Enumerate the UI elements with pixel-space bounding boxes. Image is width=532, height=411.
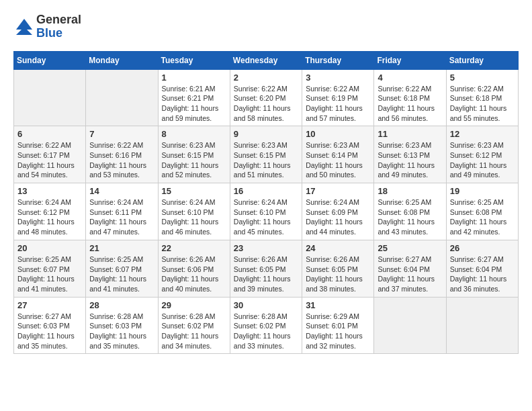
day-number: 3	[306, 73, 370, 83]
logo-general: General	[36, 13, 81, 27]
day-number: 25	[378, 243, 442, 253]
day-number: 21	[89, 243, 154, 253]
day-detail: Sunrise: 6:23 AM Sunset: 6:12 PM Dayligh…	[450, 140, 515, 180]
calendar-cell: 26Sunrise: 6:27 AM Sunset: 6:04 PM Dayli…	[446, 240, 518, 297]
calendar-cell	[374, 297, 446, 354]
calendar-cell: 18Sunrise: 6:25 AM Sunset: 6:08 PM Dayli…	[374, 183, 446, 240]
calendar-cell: 5Sunrise: 6:22 AM Sunset: 6:18 PM Daylig…	[446, 69, 518, 126]
calendar-cell: 17Sunrise: 6:24 AM Sunset: 6:09 PM Dayli…	[302, 183, 374, 240]
day-detail: Sunrise: 6:25 AM Sunset: 6:08 PM Dayligh…	[378, 197, 442, 237]
day-detail: Sunrise: 6:22 AM Sunset: 6:20 PM Dayligh…	[234, 84, 298, 124]
day-number: 2	[234, 73, 298, 83]
calendar-cell: 6Sunrise: 6:22 AM Sunset: 6:17 PM Daylig…	[14, 126, 86, 183]
calendar-cell: 4Sunrise: 6:22 AM Sunset: 6:18 PM Daylig…	[374, 69, 446, 126]
day-number: 8	[162, 129, 226, 139]
calendar-header: SundayMondayTuesdayWednesdayThursdayFrid…	[14, 51, 519, 69]
calendar-cell: 27Sunrise: 6:27 AM Sunset: 6:03 PM Dayli…	[14, 297, 86, 354]
calendar-cell: 2Sunrise: 6:22 AM Sunset: 6:20 PM Daylig…	[230, 69, 302, 126]
calendar-week: 1Sunrise: 6:21 AM Sunset: 6:21 PM Daylig…	[14, 69, 519, 126]
day-number: 16	[234, 186, 298, 196]
day-detail: Sunrise: 6:26 AM Sunset: 6:05 PM Dayligh…	[306, 255, 370, 294]
calendar-cell: 19Sunrise: 6:25 AM Sunset: 6:08 PM Dayli…	[446, 183, 518, 240]
calendar-cell: 9Sunrise: 6:23 AM Sunset: 6:15 PM Daylig…	[230, 126, 302, 183]
day-number: 4	[378, 73, 442, 83]
day-number: 13	[17, 186, 82, 196]
calendar-cell: 7Sunrise: 6:22 AM Sunset: 6:16 PM Daylig…	[86, 126, 158, 183]
calendar-week: 6Sunrise: 6:22 AM Sunset: 6:17 PM Daylig…	[14, 126, 519, 183]
day-number: 31	[306, 300, 370, 310]
calendar-cell: 21Sunrise: 6:25 AM Sunset: 6:07 PM Dayli…	[86, 240, 158, 297]
day-detail: Sunrise: 6:28 AM Sunset: 6:02 PM Dayligh…	[234, 312, 298, 351]
day-number: 7	[89, 129, 154, 139]
logo-icon	[13, 17, 35, 36]
weekday-header: Tuesday	[158, 51, 230, 69]
calendar-cell: 24Sunrise: 6:26 AM Sunset: 6:05 PM Dayli…	[302, 240, 374, 297]
day-detail: Sunrise: 6:22 AM Sunset: 6:19 PM Dayligh…	[306, 84, 370, 124]
day-number: 1	[162, 73, 226, 83]
calendar-cell	[14, 69, 86, 126]
day-number: 14	[89, 186, 154, 196]
day-detail: Sunrise: 6:27 AM Sunset: 6:03 PM Dayligh…	[17, 312, 82, 351]
day-detail: Sunrise: 6:29 AM Sunset: 6:01 PM Dayligh…	[306, 312, 370, 351]
day-number: 19	[450, 186, 515, 196]
day-number: 6	[17, 129, 82, 139]
calendar-cell: 25Sunrise: 6:27 AM Sunset: 6:04 PM Dayli…	[374, 240, 446, 297]
day-number: 18	[378, 186, 442, 196]
day-detail: Sunrise: 6:23 AM Sunset: 6:14 PM Dayligh…	[306, 140, 370, 180]
day-detail: Sunrise: 6:26 AM Sunset: 6:05 PM Dayligh…	[234, 255, 298, 294]
day-number: 9	[234, 129, 298, 139]
day-detail: Sunrise: 6:23 AM Sunset: 6:15 PM Dayligh…	[234, 140, 298, 180]
day-detail: Sunrise: 6:25 AM Sunset: 6:07 PM Dayligh…	[89, 255, 154, 294]
svg-marker-0	[16, 19, 32, 35]
day-detail: Sunrise: 6:27 AM Sunset: 6:04 PM Dayligh…	[450, 255, 515, 294]
day-number: 27	[17, 300, 82, 310]
day-detail: Sunrise: 6:25 AM Sunset: 6:08 PM Dayligh…	[450, 197, 515, 237]
calendar-cell: 10Sunrise: 6:23 AM Sunset: 6:14 PM Dayli…	[302, 126, 374, 183]
calendar-cell: 8Sunrise: 6:23 AM Sunset: 6:15 PM Daylig…	[158, 126, 230, 183]
calendar-cell: 16Sunrise: 6:24 AM Sunset: 6:10 PM Dayli…	[230, 183, 302, 240]
calendar-cell: 13Sunrise: 6:24 AM Sunset: 6:12 PM Dayli…	[14, 183, 86, 240]
day-detail: Sunrise: 6:22 AM Sunset: 6:17 PM Dayligh…	[17, 140, 82, 180]
day-number: 30	[234, 300, 298, 310]
weekday-header: Sunday	[14, 51, 86, 69]
logo-blue: Blue	[36, 27, 81, 40]
day-detail: Sunrise: 6:24 AM Sunset: 6:12 PM Dayligh…	[17, 197, 82, 237]
calendar-week: 13Sunrise: 6:24 AM Sunset: 6:12 PM Dayli…	[14, 183, 519, 240]
calendar-cell: 12Sunrise: 6:23 AM Sunset: 6:12 PM Dayli…	[446, 126, 518, 183]
calendar-cell: 15Sunrise: 6:24 AM Sunset: 6:10 PM Dayli…	[158, 183, 230, 240]
day-detail: Sunrise: 6:24 AM Sunset: 6:09 PM Dayligh…	[306, 197, 370, 237]
day-detail: Sunrise: 6:24 AM Sunset: 6:10 PM Dayligh…	[234, 197, 298, 237]
day-number: 29	[162, 300, 226, 310]
day-number: 11	[378, 129, 442, 139]
day-number: 12	[450, 129, 515, 139]
calendar-week: 27Sunrise: 6:27 AM Sunset: 6:03 PM Dayli…	[14, 297, 519, 354]
calendar-cell: 14Sunrise: 6:24 AM Sunset: 6:11 PM Dayli…	[86, 183, 158, 240]
calendar-cell: 31Sunrise: 6:29 AM Sunset: 6:01 PM Dayli…	[302, 297, 374, 354]
calendar-cell: 22Sunrise: 6:26 AM Sunset: 6:06 PM Dayli…	[158, 240, 230, 297]
day-number: 5	[450, 73, 515, 83]
calendar-cell: 28Sunrise: 6:28 AM Sunset: 6:03 PM Dayli…	[86, 297, 158, 354]
page-header: General Blue	[13, 13, 519, 40]
calendar-cell: 29Sunrise: 6:28 AM Sunset: 6:02 PM Dayli…	[158, 297, 230, 354]
day-detail: Sunrise: 6:25 AM Sunset: 6:07 PM Dayligh…	[17, 255, 82, 294]
calendar-cell	[446, 297, 518, 354]
weekday-header: Wednesday	[230, 51, 302, 69]
day-number: 22	[162, 243, 226, 253]
calendar-week: 20Sunrise: 6:25 AM Sunset: 6:07 PM Dayli…	[14, 240, 519, 297]
day-detail: Sunrise: 6:28 AM Sunset: 6:02 PM Dayligh…	[162, 312, 226, 351]
day-detail: Sunrise: 6:22 AM Sunset: 6:18 PM Dayligh…	[450, 84, 515, 124]
calendar-cell: 30Sunrise: 6:28 AM Sunset: 6:02 PM Dayli…	[230, 297, 302, 354]
day-detail: Sunrise: 6:23 AM Sunset: 6:13 PM Dayligh…	[378, 140, 442, 180]
day-detail: Sunrise: 6:22 AM Sunset: 6:16 PM Dayligh…	[89, 140, 154, 180]
day-number: 26	[450, 243, 515, 253]
day-number: 23	[234, 243, 298, 253]
day-number: 17	[306, 186, 370, 196]
logo: General Blue	[13, 13, 81, 40]
calendar-cell: 11Sunrise: 6:23 AM Sunset: 6:13 PM Dayli…	[374, 126, 446, 183]
day-detail: Sunrise: 6:24 AM Sunset: 6:11 PM Dayligh…	[89, 197, 154, 237]
weekday-header: Thursday	[302, 51, 374, 69]
calendar-cell: 23Sunrise: 6:26 AM Sunset: 6:05 PM Dayli…	[230, 240, 302, 297]
calendar-cell: 3Sunrise: 6:22 AM Sunset: 6:19 PM Daylig…	[302, 69, 374, 126]
calendar-cell: 20Sunrise: 6:25 AM Sunset: 6:07 PM Dayli…	[14, 240, 86, 297]
day-number: 20	[17, 243, 82, 253]
